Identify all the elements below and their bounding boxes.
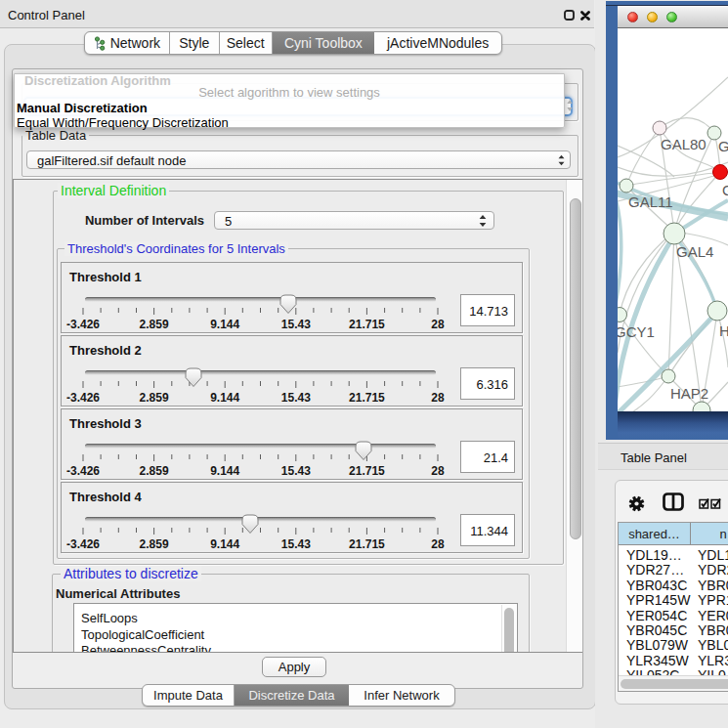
- svg-text:G: G: [718, 138, 728, 154]
- svg-text:H: H: [719, 322, 728, 339]
- svg-text:HAP2: HAP2: [670, 385, 708, 402]
- svg-text:GAL80: GAL80: [661, 136, 707, 152]
- svg-text:GAL11: GAL11: [628, 193, 673, 210]
- svg-text:G: G: [722, 182, 728, 198]
- svg-text:GAL4: GAL4: [676, 243, 713, 260]
- svg-text:GCY1: GCY1: [618, 323, 655, 340]
